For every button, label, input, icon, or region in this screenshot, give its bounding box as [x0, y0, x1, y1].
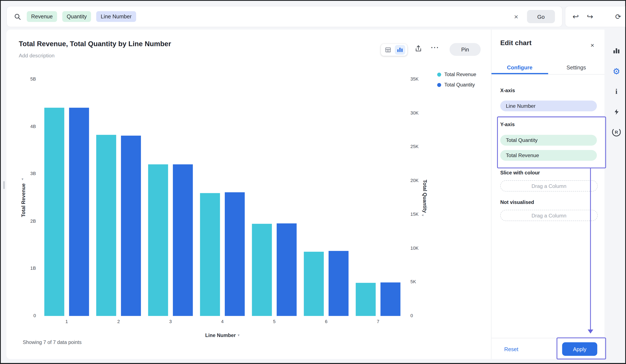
x-axis-column-pill[interactable]: Line Number — [500, 101, 597, 111]
y-axis-column-pill-total-quantity[interactable]: Total Quantity — [500, 135, 597, 146]
panel-footer: Reset Apply — [492, 338, 604, 359]
add-description[interactable]: Add description — [19, 53, 55, 59]
legend-item[interactable]: Total Quantity — [437, 82, 476, 88]
x-axis-title-text: Line Number — [205, 333, 236, 338]
y-tick-label-right: 5K — [411, 279, 416, 284]
chart-card: Total Revenue, Total Quantity by Line Nu… — [6, 30, 491, 359]
y-tick-label-right: 15K — [411, 212, 419, 217]
viz-type-toggle — [381, 44, 407, 56]
x-tick-label: 6 — [314, 319, 338, 324]
legend-dot-icon — [437, 83, 441, 87]
y-axis-column-pill-total-revenue[interactable]: Total Revenue — [500, 150, 597, 161]
lightning-icon[interactable] — [611, 107, 622, 117]
tab-settings[interactable]: Settings — [548, 61, 604, 74]
bar-total-quantity[interactable] — [121, 135, 141, 316]
bar-total-quantity[interactable] — [69, 108, 89, 316]
chart-view-icon[interactable] — [395, 45, 405, 55]
bar-total-quantity[interactable] — [173, 165, 193, 316]
refresh-icon[interactable]: ⟳ — [615, 13, 621, 20]
x-tick-label: 7 — [366, 319, 390, 324]
legend-dot-icon — [437, 73, 441, 76]
legend-label: Total Revenue — [444, 72, 476, 77]
panel-title: Edit chart — [500, 39, 531, 47]
x-axis-title[interactable]: Line Number▾ — [41, 333, 404, 338]
bar-total-revenue[interactable] — [44, 108, 64, 316]
y-tick-label-right: 35K — [411, 76, 419, 81]
search-bar[interactable]: Revenue Quantity Line Number × Go — [6, 6, 562, 27]
bar-total-revenue[interactable] — [148, 165, 168, 316]
y-tick-label-left: 0 — [18, 313, 36, 318]
y-tick-label-left: 4B — [18, 124, 36, 129]
right-icon-rail: ⚙ i R — [608, 45, 625, 137]
chart-panel-icon[interactable] — [611, 45, 622, 56]
slice-drop-zone[interactable]: Drag a Column — [500, 180, 598, 191]
plot-area — [41, 79, 404, 316]
x-tick-label: 3 — [158, 319, 182, 324]
search-token-line-number[interactable]: Line Number — [96, 11, 136, 22]
y-tick-label-right: 10K — [411, 246, 419, 250]
not-visualised-section-label: Not visualised — [500, 199, 534, 205]
bar-total-revenue[interactable] — [96, 135, 116, 316]
search-token-quantity[interactable]: Quantity — [62, 11, 91, 22]
search-token-revenue[interactable]: Revenue — [27, 11, 57, 22]
annotation-arrow-line — [590, 168, 591, 330]
y-tick-label-left: 1B — [18, 266, 36, 271]
not-visualised-drop-zone[interactable]: Drag a Column — [500, 210, 598, 221]
table-view-icon[interactable] — [383, 45, 393, 55]
x-tick-label: 4 — [210, 319, 234, 324]
y-axis-right-title[interactable]: Total Quantity — [422, 180, 427, 213]
close-panel-icon[interactable]: × — [590, 42, 594, 49]
go-button[interactable]: Go — [527, 10, 555, 23]
redo-icon[interactable]: ↪ — [587, 13, 593, 20]
x-tick-label: 5 — [262, 319, 286, 324]
y-axis-section-label: Y-axis — [500, 122, 514, 127]
y-tick-label-left: 2B — [18, 218, 36, 223]
y-tick-label-left: 3B — [18, 171, 36, 176]
more-options-icon[interactable]: ⋯ — [430, 43, 439, 52]
x-axis-sort-caret-icon: ▾ — [238, 333, 239, 337]
x-tick-label: 1 — [55, 319, 78, 324]
panel-tabs: Configure Settings — [492, 61, 604, 74]
y-tick-label-right: 20K — [411, 178, 419, 183]
chart-legend: Total RevenueTotal Quantity — [437, 72, 476, 88]
pin-button[interactable]: Pin — [450, 43, 481, 56]
data-points-status: Showing 7 of 7 data points — [23, 339, 82, 345]
panel-resize-handle[interactable] — [3, 181, 5, 189]
slice-section-label: Slice with colour — [500, 170, 540, 176]
history-bar: ↩ ↪ ⟳ — [565, 6, 626, 27]
y-axis-right-sort-caret-icon: ◂ — [422, 213, 424, 217]
bar-total-quantity[interactable] — [225, 192, 245, 316]
undo-icon[interactable]: ↩ — [573, 13, 579, 20]
tab-configure[interactable]: Configure — [492, 61, 548, 74]
bar-total-quantity[interactable] — [329, 251, 349, 316]
chart-title: Total Revenue, Total Quantity by Line Nu… — [19, 40, 171, 48]
app-root: Revenue Quantity Line Number × Go ↩ ↪ ⟳ … — [0, 0, 626, 364]
clear-search-icon[interactable]: × — [514, 13, 518, 20]
y-tick-label-right: 30K — [411, 110, 419, 115]
gear-icon[interactable]: ⚙ — [611, 66, 622, 76]
search-icon — [14, 13, 21, 20]
info-icon[interactable]: i — [611, 86, 622, 97]
r-analysis-icon[interactable]: R — [611, 127, 622, 137]
share-icon[interactable] — [414, 45, 422, 53]
edit-chart-panel: Edit chart × Configure Settings X-axis L… — [491, 30, 604, 359]
y-tick-label-right: 0 — [411, 313, 413, 318]
bar-total-revenue[interactable] — [304, 252, 324, 316]
r-letter: R — [612, 128, 621, 137]
bar-total-revenue[interactable] — [200, 193, 220, 316]
reset-button[interactable]: Reset — [504, 346, 518, 352]
legend-item[interactable]: Total Revenue — [437, 72, 476, 77]
annotation-arrow-head — [587, 329, 593, 333]
bar-total-quantity[interactable] — [277, 223, 297, 316]
x-axis-section-label: X-axis — [500, 88, 515, 93]
y-axis-left-title[interactable]: Total Revenue — [21, 183, 26, 217]
x-tick-label: 2 — [107, 319, 130, 324]
y-axis-left-sort-caret-icon: ▾ — [22, 177, 23, 181]
y-tick-label-right: 25K — [411, 144, 419, 149]
bar-total-quantity[interactable] — [381, 283, 401, 316]
y-tick-label-left: 5B — [18, 76, 36, 81]
bar-total-revenue[interactable] — [356, 283, 376, 316]
bar-total-revenue[interactable] — [252, 224, 272, 316]
apply-button[interactable]: Apply — [562, 342, 597, 356]
legend-label: Total Quantity — [444, 82, 475, 88]
